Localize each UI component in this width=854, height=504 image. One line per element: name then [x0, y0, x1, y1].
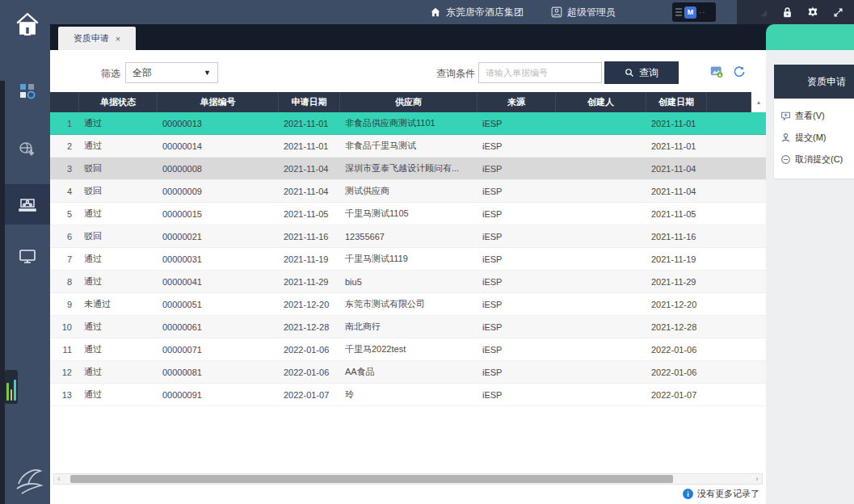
user-avatar-icon [551, 6, 562, 18]
lock-icon[interactable] [781, 6, 793, 19]
export-image-icon[interactable] [709, 65, 724, 79]
action-panel-title: 资质申请 [774, 65, 854, 99]
cell-created: 2021-11-19 [646, 254, 707, 264]
cell-num: 1 [50, 119, 79, 128]
table-row[interactable]: 8通过000000412021-11-29biu5iESP2021-11-29 [50, 271, 766, 293]
cell-date: 2021-11-19 [279, 254, 340, 264]
table-row[interactable]: 13通过000000912022-01-07玲iESP2022-01-07 [50, 384, 766, 406]
table-row[interactable]: 6驳回000000212021-11-1612355667iESP2021-11… [50, 225, 766, 248]
scroll-left-arrow[interactable]: ‹ [54, 474, 64, 484]
apps-icon[interactable] [5, 71, 50, 111]
fullscreen-icon[interactable] [832, 6, 844, 19]
cell-num: 13 [50, 390, 79, 400]
cell-no: 00000031 [158, 254, 279, 264]
scrollbar-track[interactable] [64, 474, 752, 484]
cell-source: iESP [477, 254, 556, 264]
cell-source: iESP [477, 277, 556, 287]
table-row[interactable]: 11通过000000712022-01-06千里马2022testiESP202… [50, 338, 766, 361]
cell-source: iESP [477, 209, 556, 219]
table-row[interactable]: 9未通过000000512021-12-20东莞市测试有限公司iESP2021-… [50, 293, 766, 316]
cell-no: 00000008 [158, 164, 279, 174]
cell-created: 2021-11-04 [646, 164, 707, 174]
cancel-submit-icon [780, 154, 791, 165]
filter-label: 筛选 [101, 67, 120, 81]
cell-date: 2022-01-06 [279, 345, 340, 355]
cell-num: 12 [50, 368, 79, 377]
cell-created: 2021-11-01 [646, 141, 707, 151]
cell-created: 2022-01-07 [646, 390, 707, 400]
data-sync-icon[interactable] [5, 129, 50, 170]
device-network-icon[interactable] [5, 184, 50, 225]
cell-source: iESP [477, 345, 556, 355]
cell-num: 7 [50, 254, 79, 264]
column-header[interactable]: 创建日期 [646, 92, 707, 112]
action-cancel-submit[interactable]: 取消提交(C) [780, 149, 854, 170]
filter-select[interactable]: 全部 ▼ [125, 62, 218, 83]
action-panel: 资质申请 查看(V)提交(M)取消提交(C) [766, 50, 854, 504]
cell-created: 2021-11-29 [646, 277, 707, 287]
cell-date: 2021-12-28 [279, 322, 340, 332]
tab-qualification-application[interactable]: 资质申请 × [58, 27, 136, 50]
action-view[interactable]: 查看(V) [780, 105, 854, 127]
table-row[interactable]: 3驳回000000082021-11-04深圳市亚泰飞越设计顾问有...iESP… [50, 158, 766, 180]
table-row[interactable]: 5通过000000152021-11-05千里马测试1105iESP2021-1… [50, 203, 766, 225]
column-header[interactable]: 供应商 [340, 92, 477, 112]
cell-num: 4 [50, 187, 79, 196]
column-header[interactable]: 单据编号 [158, 92, 279, 112]
stat-bar-teal [14, 380, 16, 401]
table-row[interactable]: 4驳回000000092021-11-04测试供应商iESP2021-11-04 [50, 180, 766, 203]
cell-no: 00000081 [158, 368, 279, 377]
column-header[interactable]: 单据状态 [79, 92, 158, 112]
action-submit[interactable]: 提交(M) [780, 127, 854, 149]
cell-source: iESP [477, 232, 556, 242]
cell-source: iESP [477, 141, 556, 151]
cell-supplier: 南北商行 [340, 321, 477, 333]
display-icon[interactable] [5, 236, 50, 276]
cell-num: 2 [50, 141, 79, 151]
search-button[interactable]: 查询 [604, 61, 679, 84]
table-row[interactable]: 2通过000000142021-11-01非食品千里马测试iESP2021-11… [50, 135, 766, 158]
cell-no: 00000091 [158, 390, 279, 400]
home-icon[interactable] [5, 3, 50, 45]
column-header[interactable]: 来源 [477, 92, 556, 112]
cell-status: 通过 [79, 321, 158, 333]
company-home-icon [430, 6, 441, 18]
tab-bar: 资质申请 × [50, 24, 766, 50]
horizontal-scrollbar[interactable]: ‹ › [53, 473, 763, 485]
cell-status: 通过 [79, 366, 158, 378]
cell-status: 通过 [79, 253, 158, 265]
cell-created: 2022-01-06 [646, 345, 707, 355]
cell-date: 2021-11-04 [279, 187, 340, 196]
cell-status: 通过 [79, 343, 158, 355]
search-icon [625, 68, 634, 78]
table-row[interactable]: 10通过000000612021-12-28南北商行iESP2021-12-28 [50, 316, 766, 338]
cell-status: 未通过 [79, 298, 158, 310]
tab-close-icon[interactable]: × [116, 34, 120, 44]
scroll-right-arrow[interactable]: › [752, 474, 762, 484]
left-sidebar [0, 0, 50, 504]
table-row[interactable]: 1通过000000132021-11-01非食品供应商测试1101iESP202… [50, 112, 766, 135]
cell-date: 2021-11-01 [279, 141, 340, 151]
table-row[interactable]: 12通过000000812022-01-06AA食品iESP2022-01-06 [50, 361, 766, 384]
scrollbar-thumb[interactable] [70, 475, 673, 483]
mini-stats-widget[interactable] [5, 370, 18, 404]
cell-supplier: 千里马测试1105 [340, 208, 477, 220]
taskbar-widget[interactable]: M ·· [672, 2, 716, 22]
widget-list-icon [675, 8, 682, 16]
view-icon [780, 111, 791, 121]
vscroll-up-button[interactable]: ▲ [751, 92, 766, 112]
cell-date: 2021-11-04 [279, 164, 340, 174]
gesture-icon[interactable] [6, 457, 52, 498]
user-group[interactable]: 超级管理员 [551, 0, 616, 24]
settings-gear-icon[interactable] [806, 6, 819, 19]
document-number-input[interactable] [478, 62, 602, 83]
table-body: 1通过000000132021-11-01非食品供应商测试1101iESP202… [50, 112, 766, 406]
column-header[interactable]: 申请日期 [279, 92, 340, 112]
refresh-icon[interactable] [732, 65, 747, 79]
cell-source: iESP [477, 164, 556, 174]
table-row[interactable]: 7通过000000312021-11-19千里马测试1119iESP2021-1… [50, 248, 766, 271]
column-header[interactable]: 创建人 [556, 92, 646, 112]
cell-status: 驳回 [79, 230, 158, 242]
cell-date: 2021-11-29 [279, 277, 340, 287]
cell-supplier: 非食品供应商测试1101 [340, 117, 477, 129]
